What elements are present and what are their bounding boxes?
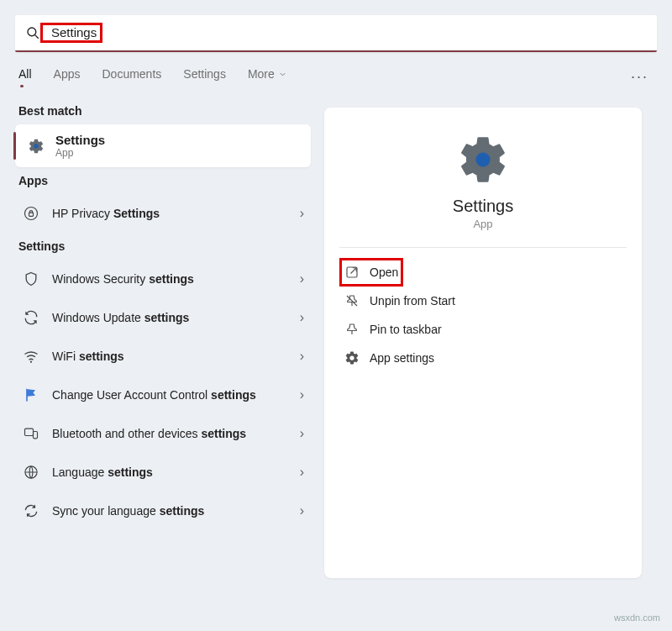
open-icon [344,265,360,280]
action-open[interactable]: Open [339,258,403,287]
search-tabs: All Apps Documents Settings More ··· [15,52,657,92]
sync-icon [22,502,40,520]
wifi-icon [22,347,40,365]
best-match-label: Best match [15,97,311,124]
apps-section-label: Apps [15,167,311,194]
more-options-button[interactable]: ··· [631,68,654,86]
flag-icon [22,386,40,404]
chevron-right-icon: › [300,503,304,518]
result-label: Windows Update settings [52,310,288,326]
chevron-right-icon: › [300,271,304,287]
tab-all[interactable]: All [18,67,32,86]
gear-icon [339,133,627,187]
best-match-subtitle: App [55,147,105,159]
result-sync-language-settings[interactable]: Sync your language settings › [15,492,311,530]
result-label: Language settings [52,465,288,481]
result-label: HP Privacy Settings [52,206,288,222]
pin-icon [344,322,360,337]
action-label: Open [370,266,398,279]
result-windows-update-settings[interactable]: Windows Update settings › [15,298,311,337]
result-uac-settings[interactable]: Change User Account Control settings › [15,376,311,414]
results-column: Best match Settings App Apps HP Privacy … [15,97,311,578]
unpin-icon [344,293,360,308]
detail-panel: Settings App Open Unpin from Start Pin t… [324,108,642,578]
action-unpin-from-start[interactable]: Unpin from Start [339,287,627,315]
chevron-right-icon: › [300,310,304,325]
search-bar[interactable]: Settings [15,15,657,52]
result-label: WiFi settings [52,349,288,365]
result-label: Bluetooth and other devices settings [52,426,288,442]
action-pin-to-taskbar[interactable]: Pin to taskbar [339,315,627,344]
tab-settings[interactable]: Settings [183,67,226,86]
svg-point-8 [28,28,36,36]
search-input[interactable]: Settings [48,24,100,41]
result-label: Windows Security settings [52,271,288,287]
devices-icon [22,424,40,443]
detail-title: Settings [339,197,627,216]
gear-icon [27,137,45,155]
globe-icon [22,463,40,481]
detail-subtitle: App [339,218,627,230]
result-bluetooth-settings[interactable]: Bluetooth and other devices settings › [15,414,311,453]
result-language-settings[interactable]: Language settings › [15,453,311,492]
result-wifi-settings[interactable]: WiFi settings › [15,337,311,376]
tab-apps[interactable]: Apps [54,67,81,86]
chevron-right-icon: › [300,426,304,441]
chevron-right-icon: › [300,387,304,402]
svg-line-9 [35,35,39,39]
result-hp-privacy-settings[interactable]: HP Privacy Settings › [15,194,311,233]
action-label: Pin to taskbar [370,323,442,336]
tab-more-label: More [248,67,275,81]
gear-icon [344,350,360,365]
divider [339,247,627,248]
watermark: wsxdn.com [614,613,660,623]
result-label: Change User Account Control settings [52,387,288,403]
refresh-icon [22,308,40,327]
action-label: App settings [370,351,434,365]
chevron-down-icon [278,70,287,79]
result-label: Sync your language settings [52,503,288,519]
action-app-settings[interactable]: App settings [339,344,627,372]
shield-icon [22,270,40,288]
settings-section-label: Settings [15,233,311,260]
action-label: Unpin from Start [370,294,455,308]
chevron-right-icon: › [300,465,304,480]
tab-more[interactable]: More [248,67,287,86]
result-windows-security-settings[interactable]: Windows Security settings › [15,260,311,298]
tab-documents[interactable]: Documents [102,67,161,86]
best-match-card[interactable]: Settings App [15,124,311,167]
search-icon [25,25,40,40]
chevron-right-icon: › [300,349,304,364]
chevron-right-icon: › [300,206,304,221]
best-match-title: Settings [55,133,105,147]
lock-icon [22,204,40,223]
